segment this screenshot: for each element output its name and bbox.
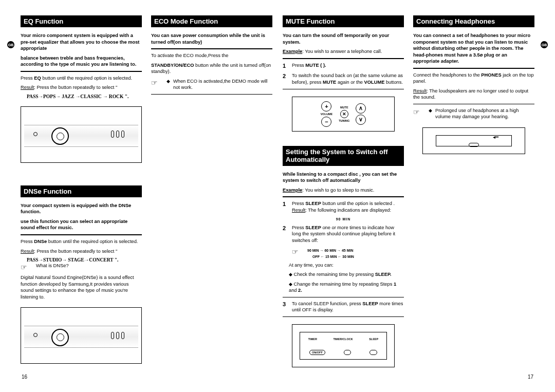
- sleep-s3: 3 To cancel SLEEP function, press SLEEP …: [283, 301, 404, 313]
- eq-result: Result: Press the button repeatedly to s…: [21, 84, 142, 91]
- language-badge-r: GB: [541, 41, 548, 48]
- dnse-result: Result: Press the button repeatedly to s…: [21, 248, 142, 255]
- eq-sequence: PASS→POPS→ JAZZ →CLASSIC → ROCK ".: [21, 94, 142, 99]
- sleep-s2: 2 Press SLEEP one or more times to indic…: [283, 225, 404, 244]
- dnse-device-figure: [21, 307, 142, 364]
- head-figure: ◂━: [422, 127, 525, 154]
- dnse-intro2: use this function you can select an appr…: [21, 218, 142, 231]
- sleep-s1: 1 Press SLEEP button until the option is…: [283, 200, 404, 213]
- mute-intro: You can turn the sound off temporarily o…: [283, 32, 404, 45]
- page-number-16: 16: [22, 374, 27, 380]
- sleep-b1: ◆ Check the remaining time by pressing S…: [283, 271, 404, 278]
- dnse-step: Press DNSe button until the required opt…: [21, 238, 142, 245]
- sleep-any: At any time, you can:: [283, 262, 404, 269]
- eco-note: ☞◆When ECO is activated,the DEMO mode wi…: [151, 78, 272, 91]
- head-note: ☞◆Prolonged use of headphones at a high …: [413, 107, 534, 120]
- sleep-seq: ☞ 90 MIN → 60 MIN → 45 MIN OFF ← 15 MIN …: [283, 247, 404, 260]
- page-spread: GB EQ Function Your micro component syst…: [0, 0, 555, 392]
- dnse-title: DNSe Function: [21, 185, 142, 197]
- sleep-title: Setting the System to Switch off Automat…: [283, 146, 404, 166]
- mute-example: Example: You wish to answer a telephone …: [283, 48, 404, 55]
- eco-step1: To activate the ECO mode,Press the: [151, 52, 272, 59]
- dnse-intro1: Your compact system is equipped with the…: [21, 202, 142, 215]
- head-title: Connecting Headphones: [413, 15, 534, 27]
- head-intro: You can connect a set of headphones to y…: [413, 32, 534, 65]
- eq-device-figure: [21, 106, 142, 163]
- mute-s1: 1Press MUTE ( ).: [283, 62, 404, 70]
- language-badge: GB: [7, 41, 14, 48]
- eco-step2: STANDBY/ON/ECO button while the unit is …: [151, 62, 272, 75]
- page-17: GB MUTE Function You can turn the sound …: [278, 0, 555, 392]
- dnse-q: ☞What is DNSe?: [21, 263, 142, 272]
- col-right-2: Connecting Headphones You can connect a …: [413, 15, 534, 375]
- eq-intro2: balance between treble and bass frequenc…: [21, 55, 142, 68]
- page-16: GB EQ Function Your micro component syst…: [0, 0, 278, 392]
- sleep-remote-figure: TIMER TIMER/CLOCK SLEEP ON/OFF: [292, 324, 395, 367]
- eq-title: EQ Function: [21, 15, 142, 27]
- head-step: Connect the headphones to the PHONES jac…: [413, 72, 534, 85]
- eq-step: Press EQ button until the required optio…: [21, 75, 142, 82]
- col-right-1: MUTE Function You can turn the sound off…: [283, 15, 404, 375]
- eq-intro1: Your micro component system is equipped …: [21, 32, 142, 52]
- sleep-example: Example: You wish to go to sleep to musi…: [283, 187, 404, 194]
- mute-remote-figure: +VOLUME− MUTE✕TUNING ∧∨: [292, 97, 395, 132]
- mute-title: MUTE Function: [283, 15, 404, 27]
- dnse-desc: Digital Natural Sound Engine(DNSe) is a …: [21, 274, 142, 300]
- sleep-display: 90 MIN: [283, 217, 404, 221]
- eco-intro: You can save power consumption while the…: [151, 32, 272, 45]
- dnse-sequence: PASS→STUDIO→ STAGE→CONCERT ".: [21, 257, 142, 263]
- sleep-b2: ◆ Change the remaining time by repeating…: [283, 281, 404, 294]
- sleep-intro: While listening to a compact disc , you …: [283, 171, 404, 184]
- eco-title: ECO Mode Function: [151, 15, 272, 27]
- page-number-17: 17: [528, 374, 533, 380]
- col-left-1: EQ Function Your micro component system …: [21, 15, 142, 371]
- head-result: Result: The loudspeakers are no longer u…: [413, 88, 534, 101]
- mute-s2: 2To switch the sound back on (at the sam…: [283, 72, 404, 85]
- col-left-2: ECO Mode Function You can save power con…: [151, 15, 272, 371]
